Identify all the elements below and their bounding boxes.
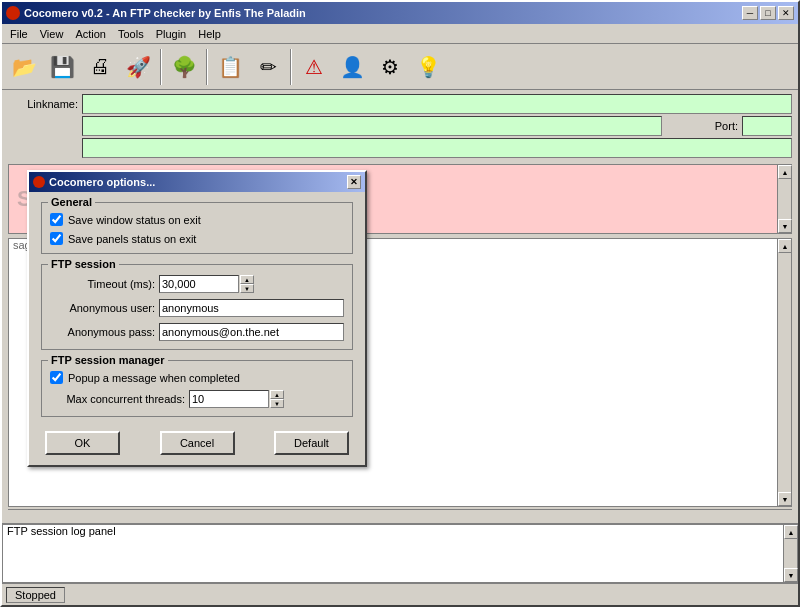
title-bar: Cocomero v0.2 - An FTP checker by Enfis … xyxy=(2,2,798,24)
general-title: General xyxy=(48,196,95,208)
max-threads-input[interactable] xyxy=(189,390,269,408)
timeout-spin-down[interactable]: ▼ xyxy=(240,284,254,293)
anon-pass-label: Anonymous pass: xyxy=(50,326,155,338)
close-button[interactable]: ✕ xyxy=(778,6,794,20)
menu-bar: File View Action Tools Plugin Help xyxy=(2,24,798,44)
modal-title: Cocomero options... xyxy=(49,176,347,188)
warning-btn[interactable]: ⚠ xyxy=(296,49,332,85)
open-folder-btn[interactable]: 📂 xyxy=(6,49,42,85)
threads-spin-up[interactable]: ▲ xyxy=(270,390,284,399)
max-threads-row: Max concurrent threads: ▲ ▼ xyxy=(50,390,344,408)
modal-icon xyxy=(33,176,45,188)
save-panels-checkbox[interactable] xyxy=(50,232,63,245)
max-threads-label: Max concurrent threads: xyxy=(50,393,185,405)
timeout-spinner-btns: ▲ ▼ xyxy=(240,275,254,293)
cancel-button[interactable]: Cancel xyxy=(160,431,235,455)
save-window-label: Save window status on exit xyxy=(68,214,201,226)
anon-pass-row: Anonymous pass: xyxy=(50,323,344,341)
anon-user-row: Anonymous user: xyxy=(50,299,344,317)
max-threads-spinner-btns: ▲ ▼ xyxy=(270,390,284,408)
max-threads-spinner: ▲ ▼ xyxy=(189,390,284,408)
save-window-checkbox[interactable] xyxy=(50,213,63,226)
tree-btn[interactable]: 🌳 xyxy=(166,49,202,85)
window-controls: ─ □ ✕ xyxy=(742,6,794,20)
user-btn[interactable]: 👤 xyxy=(334,49,370,85)
ftp-manager-title: FTP session manager xyxy=(48,354,168,366)
window-title: Cocomero v0.2 - An FTP checker by Enfis … xyxy=(24,7,742,19)
save-panels-row: Save panels status on exit xyxy=(50,232,344,245)
menu-help[interactable]: Help xyxy=(192,26,227,42)
menu-action[interactable]: Action xyxy=(69,26,112,42)
list-btn[interactable]: 📋 xyxy=(212,49,248,85)
launch-btn[interactable]: 🚀 xyxy=(120,49,156,85)
save-panels-label: Save panels status on exit xyxy=(68,233,196,245)
menu-file[interactable]: File xyxy=(4,26,34,42)
print-btn[interactable]: 🖨 xyxy=(82,49,118,85)
anon-pass-input[interactable] xyxy=(159,323,344,341)
light-btn[interactable]: 💡 xyxy=(410,49,446,85)
popup-message-row: Popup a message when completed xyxy=(50,371,344,384)
main-area: Linkname: Port: ▲ ▼ So... xyxy=(2,90,798,605)
general-section: General Save window status on exit Save … xyxy=(41,202,353,254)
threads-spin-down[interactable]: ▼ xyxy=(270,399,284,408)
save-btn[interactable]: 💾 xyxy=(44,49,80,85)
ftp-manager-section: FTP session manager Popup a message when… xyxy=(41,360,353,417)
popup-message-label: Popup a message when completed xyxy=(68,372,240,384)
timeout-spin-up[interactable]: ▲ xyxy=(240,275,254,284)
toolbar-separator-2 xyxy=(206,49,208,85)
ftp-session-title: FTP session xyxy=(48,258,119,270)
app-icon xyxy=(6,6,20,20)
timeout-label: Timeout (ms): xyxy=(50,278,155,290)
menu-tools[interactable]: Tools xyxy=(112,26,150,42)
settings-btn[interactable]: ⚙ xyxy=(372,49,408,85)
toolbar-separator-3 xyxy=(290,49,292,85)
toolbar: 📂 💾 🖨 🚀 🌳 📋 ✏ ⚠ 👤 ⚙ 💡 xyxy=(2,44,798,90)
ok-button[interactable]: OK xyxy=(45,431,120,455)
popup-message-checkbox[interactable] xyxy=(50,371,63,384)
anon-user-label: Anonymous user: xyxy=(50,302,155,314)
ftp-session-section: FTP session Timeout (ms): ▲ ▼ xyxy=(41,264,353,350)
default-button[interactable]: Default xyxy=(274,431,349,455)
timeout-spinner: ▲ ▼ xyxy=(159,275,254,293)
toolbar-separator-1 xyxy=(160,49,162,85)
save-window-row: Save window status on exit xyxy=(50,213,344,226)
maximize-button[interactable]: □ xyxy=(760,6,776,20)
minimize-button[interactable]: ─ xyxy=(742,6,758,20)
edit-btn[interactable]: ✏ xyxy=(250,49,286,85)
modal-title-bar: Cocomero options... ✕ xyxy=(29,172,365,192)
timeout-input[interactable] xyxy=(159,275,239,293)
modal-overlay: Cocomero options... ✕ General Save windo… xyxy=(2,90,798,605)
menu-view[interactable]: View xyxy=(34,26,70,42)
modal-buttons: OK Cancel Default xyxy=(41,431,353,455)
modal-close-button[interactable]: ✕ xyxy=(347,175,361,189)
modal-body: General Save window status on exit Save … xyxy=(29,192,365,465)
main-window: Cocomero v0.2 - An FTP checker by Enfis … xyxy=(0,0,800,607)
timeout-row: Timeout (ms): ▲ ▼ xyxy=(50,275,344,293)
anon-user-input[interactable] xyxy=(159,299,344,317)
options-dialog: Cocomero options... ✕ General Save windo… xyxy=(27,170,367,467)
menu-plugin[interactable]: Plugin xyxy=(150,26,193,42)
